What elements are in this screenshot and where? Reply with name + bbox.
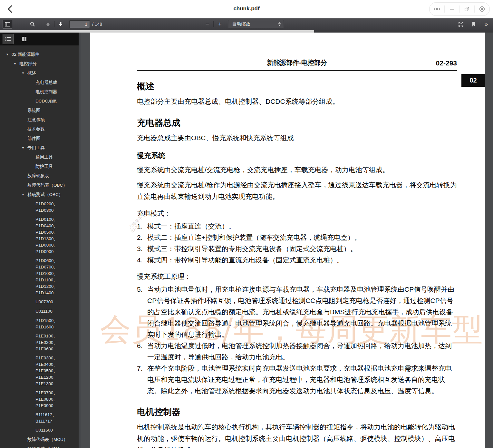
expand-triangle-icon: [22, 145, 27, 151]
outline-item-label: 通用工具: [35, 154, 53, 161]
outline-item[interactable]: P1E0100、 P1E0200、 P1E0600: [0, 332, 79, 354]
outline-item[interactable]: B111617、 B111717: [0, 410, 79, 426]
list-number: 6.: [137, 340, 147, 363]
outline-item[interactable]: 注意事项: [0, 115, 79, 125]
outline-item-label: P1D0600、 P1D0700、 P1D1000、 P1D1100、 P1D1…: [35, 258, 58, 296]
toggle-sidebar-button[interactable]: [3, 20, 12, 29]
toolbar-separator: [213, 21, 214, 27]
outline-item-label: P1D0200、 P1D0300: [35, 201, 58, 214]
outline-item[interactable]: 故障代码表（MCU）: [0, 435, 79, 444]
page-content: 新能源部件-电控部分 02-293 概述 电控部分主要由充电器总成、电机控制器、…: [90, 33, 485, 448]
outline-item[interactable]: 概述: [0, 69, 79, 78]
outline-item[interactable]: 02 新能源部件: [0, 50, 79, 59]
previous-page-button[interactable]: [43, 20, 53, 29]
search-icon: [30, 22, 35, 27]
block-text: 电机控制器: [137, 407, 180, 417]
outline-item-label: 精确测试（OBC）: [27, 191, 63, 198]
outline-item[interactable]: P1D0600、 P1D0700、 P1D1000、 P1D1100、 P1D1…: [0, 256, 79, 297]
outline-item-label: 概述: [27, 70, 36, 77]
outline-item[interactable]: 技术参数: [0, 125, 79, 134]
outline-item-label: U011600: [35, 427, 53, 434]
outline-item[interactable]: 故障现象表: [0, 171, 79, 181]
outline-item-label: P1E0100、 P1E0200、 P1E0600: [35, 333, 58, 352]
multi-window-button[interactable]: [460, 3, 475, 15]
arrow-up-icon: [45, 22, 51, 27]
outline-item[interactable]: P1D0100、 P1D0400、 P1D0500、 P1D1300、 P1D0…: [0, 215, 79, 256]
outline-item-label: 精确测试（MCU）: [27, 446, 63, 448]
thumbnails-view-button[interactable]: [19, 34, 30, 44]
outline-item-label: 技术参数: [27, 126, 45, 133]
bookmark-button[interactable]: [469, 20, 479, 29]
pdf-viewer-area[interactable]: 会员188/年，每周更新车型 汽修帮手资料 ID-74 02 新能源部件-电控部…: [81, 33, 493, 448]
loading-bar-track: [0, 30, 493, 33]
outline-item[interactable]: 部件图: [0, 134, 79, 143]
doc-block: 5. 当动力电池电量低时，用充电枪连接电源与车载充电器，车载充电器及电池管理系统…: [137, 284, 457, 340]
expand-triangle-icon: [22, 191, 27, 198]
outline-item[interactable]: U011100: [0, 307, 79, 316]
more-menu-button[interactable]: [430, 3, 444, 15]
expand-triangle-icon: [22, 70, 27, 77]
outline-item[interactable]: 电机控制器: [0, 87, 79, 97]
outline-item-label: P1D0100、 P1D0400、 P1D0500、 P1D1300、 P1D0…: [35, 216, 58, 255]
outline-item[interactable]: 充电器总成: [0, 78, 79, 87]
outline-item[interactable]: P1E0700、 P1E0800、 P1E0900: [0, 388, 79, 410]
more-dots-icon: [433, 6, 441, 12]
sidebar-view-switcher: [0, 33, 79, 45]
block-text: 慢充系统: [137, 151, 165, 160]
outline-item-label: 系统图: [27, 107, 41, 114]
zoom-controls: − + 自动缩放: [202, 20, 284, 28]
block-text: 慢充系统由交流充电桩/枪作为电源经由交流充电插座接入整车，通过线束送达车载充电器…: [137, 181, 457, 200]
home-circle-button[interactable]: [475, 3, 489, 15]
outline-item[interactable]: P1E0300、 P1E0400、 P1E0500、 P1E1200、 P1E1…: [0, 354, 79, 388]
outline-item[interactable]: 精确测试（MCU）: [0, 444, 79, 448]
toolbar-right-group: »: [456, 20, 491, 29]
block-text: 慢充系统工原理：: [137, 273, 191, 280]
zoom-in-button[interactable]: +: [215, 21, 225, 28]
block-text: 当动力电池温度过低时，电池管理系统控制加热器接触器闭合，导通加热回路，给动力电池…: [147, 340, 457, 363]
outline-item[interactable]: 通用工具: [0, 153, 79, 162]
outline-item-label: 故障现象表: [27, 173, 49, 180]
outline-item[interactable]: U007300: [0, 297, 79, 307]
block-text: 概述: [137, 82, 154, 91]
doc-block: 慢充系统: [137, 151, 457, 161]
header-section-title: 新能源部件-电控部分: [137, 58, 457, 67]
zoom-out-button[interactable]: −: [202, 21, 212, 28]
outline-item[interactable]: 专用工具: [0, 143, 79, 153]
minimize-button[interactable]: [445, 3, 459, 15]
next-page-button[interactable]: [56, 20, 65, 29]
outline-item[interactable]: U011600: [0, 426, 79, 435]
doc-block: 充电器总成: [137, 117, 457, 129]
doc-block: 6. 当动力电池温度过低时，电池管理系统控制加热器接触器闭合，导通加热回路，给动…: [137, 340, 457, 363]
zoom-level-select[interactable]: 自动缩放: [228, 20, 284, 28]
sidebar-toggle-icon: [5, 22, 10, 27]
doc-block: 电机控制器: [137, 406, 457, 418]
page-count-label: / 148: [92, 22, 102, 27]
page-number-input[interactable]: [69, 20, 90, 28]
outline-item[interactable]: 精确测试（OBC）: [0, 190, 79, 200]
outline-item[interactable]: P1D0200、 P1D0300: [0, 200, 79, 215]
presentation-mode-button[interactable]: [456, 20, 466, 29]
fullscreen-arrows-icon: [458, 22, 464, 27]
outline-item-label: P1D1500、 P1D1600: [35, 317, 58, 330]
outline-item-label: 防护工具: [35, 163, 53, 170]
outline-item[interactable]: 系统图: [0, 106, 79, 115]
outline-item[interactable]: DCDC系统: [0, 97, 79, 106]
outline-item-label: DCDC系统: [35, 98, 57, 105]
outline-item[interactable]: 防护工具: [0, 162, 79, 171]
window-controls-capsule: [429, 2, 490, 16]
outline-item[interactable]: 电控部分: [0, 59, 79, 69]
doc-block: 充电器总成主要由OBC、慢充系统和快充系统等组成: [137, 132, 457, 144]
outline-item[interactable]: P1D1500、 P1D1600: [0, 316, 79, 332]
outline-item-label: U007300: [35, 299, 53, 306]
block-text: 电控部分主要由充电器总成、电机控制器、DCDC系统等部分组成。: [137, 98, 339, 105]
pdf-toolbar: / 148 − + 自动缩放: [0, 18, 493, 30]
outline-item-label: U011100: [35, 308, 53, 315]
outline-item[interactable]: 故障代码表（OBC）: [0, 181, 79, 190]
secondary-toolbar-button[interactable]: »: [481, 21, 491, 28]
thumbnails-grid-icon: [22, 36, 27, 42]
viewer-main: 02 新能源部件 电控部分 概述 充电器总成: [0, 33, 493, 448]
outline-view-button[interactable]: [3, 34, 14, 44]
doc-block: 3. 模式三：带控制引导装置的专用交流充电设备（固定式交流充电桩）。: [137, 243, 457, 254]
find-button[interactable]: [28, 20, 37, 29]
doc-block: 1. 模式一：插座直连（交流）。: [137, 220, 457, 232]
